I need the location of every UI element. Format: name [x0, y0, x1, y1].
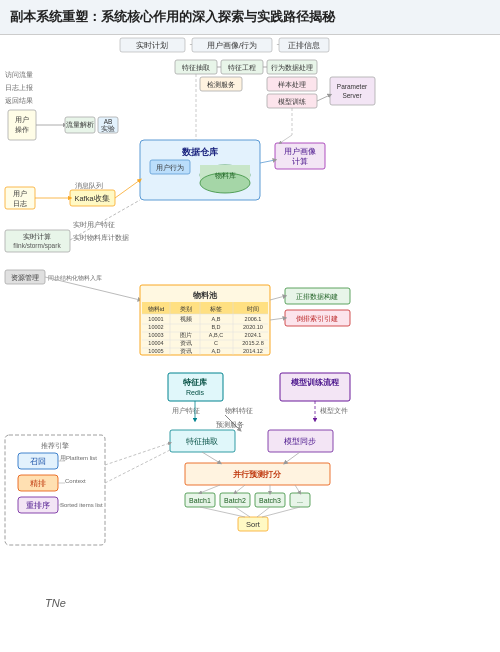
svg-text:2014.12: 2014.12 — [243, 348, 263, 354]
header: 副本系统重塑：系统核心作用的深入探索与实践路径揭秘 — [0, 0, 500, 35]
svg-text:Kafka收集: Kafka收集 — [74, 194, 109, 203]
svg-text:特征工程: 特征工程 — [228, 64, 256, 71]
svg-text:重排序: 重排序 — [26, 501, 50, 510]
svg-text:特征抽取: 特征抽取 — [182, 64, 210, 71]
svg-text:10003: 10003 — [148, 332, 163, 338]
svg-text:资讯: 资讯 — [180, 348, 192, 354]
svg-text:召回: 召回 — [30, 457, 46, 466]
svg-text:10005: 10005 — [148, 348, 163, 354]
svg-text:A,D: A,D — [211, 348, 220, 354]
svg-text:并行预测打分: 并行预测打分 — [233, 469, 282, 479]
svg-text:类别: 类别 — [180, 306, 192, 312]
svg-text:用PlatItem list: 用PlatItem list — [60, 455, 97, 461]
svg-text:实时计算: 实时计算 — [23, 233, 51, 240]
svg-text:TNe: TNe — [45, 597, 66, 609]
svg-text:预测服务: 预测服务 — [216, 421, 244, 428]
svg-text:Batch1: Batch1 — [189, 497, 211, 504]
svg-text:特征抽取: 特征抽取 — [186, 437, 218, 446]
svg-text:10004: 10004 — [148, 340, 163, 346]
svg-text:访问流量: 访问流量 — [5, 71, 33, 78]
svg-text:Server: Server — [342, 92, 362, 99]
svg-text:流量解析: 流量解析 — [66, 121, 94, 128]
svg-text:用户行为: 用户行为 — [156, 164, 184, 171]
svg-text:模型训练: 模型训练 — [278, 98, 306, 105]
svg-text:Parameter: Parameter — [337, 83, 368, 90]
svg-text:物料id: 物料id — [148, 306, 165, 312]
svg-text:数据仓库: 数据仓库 — [181, 146, 219, 157]
svg-rect-35 — [330, 77, 375, 105]
svg-text:消息队列: 消息队列 — [75, 182, 103, 189]
svg-text:标签: 标签 — [209, 306, 222, 312]
svg-text:用户: 用户 — [13, 190, 27, 197]
svg-text:A,B,C: A,B,C — [209, 332, 223, 338]
svg-text:2020.10: 2020.10 — [243, 324, 263, 330]
svg-text:10001: 10001 — [148, 316, 163, 322]
svg-text:资源管理: 资源管理 — [11, 274, 39, 281]
svg-text:Redis: Redis — [186, 389, 204, 396]
svg-text:行为数据处理: 行为数据处理 — [271, 64, 313, 71]
svg-text:模型同步: 模型同步 — [284, 437, 316, 446]
svg-text:计算: 计算 — [292, 157, 308, 166]
svg-text:正排数据构建: 正排数据构建 — [296, 293, 338, 300]
svg-text:Sorted items list: Sorted items list — [60, 502, 103, 508]
svg-text:Batch2: Batch2 — [224, 497, 246, 504]
svg-text:...: ... — [297, 497, 303, 504]
svg-text:正排信息: 正排信息 — [288, 41, 320, 50]
svg-text:用户: 用户 — [15, 116, 29, 123]
svg-text:模型文件: 模型文件 — [320, 407, 348, 414]
svg-text:资讯: 资讯 — [180, 340, 192, 346]
svg-text:视频: 视频 — [180, 316, 192, 322]
svg-text:时间: 时间 — [247, 306, 259, 312]
svg-text:物料池: 物料池 — [192, 291, 218, 300]
svg-text:用户画像: 用户画像 — [284, 147, 316, 156]
diagram-container: 实时计划 → 用户画像/行为 → 正排信息 日志上报 访问流量 返回结果 用户 … — [0, 35, 500, 615]
svg-text:实时用户特征: 实时用户特征 — [73, 221, 115, 228]
svg-text:返回结果: 返回结果 — [5, 97, 33, 104]
svg-text:日志: 日志 — [13, 200, 27, 207]
svg-text:样本处理: 样本处理 — [278, 81, 306, 88]
svg-text:操作: 操作 — [15, 126, 29, 133]
svg-text:模型训练流程: 模型训练流程 — [290, 377, 340, 387]
svg-text:2015.2.8: 2015.2.8 — [242, 340, 263, 346]
svg-text:AB: AB — [104, 118, 113, 125]
svg-text:精排: 精排 — [30, 479, 46, 488]
main-diagram: 实时计划 → 用户画像/行为 → 正排信息 日志上报 访问流量 返回结果 用户 … — [0, 35, 500, 615]
svg-text:B,D: B,D — [211, 324, 220, 330]
svg-text:图片: 图片 — [180, 332, 192, 338]
svg-rect-12 — [8, 110, 36, 140]
svg-text:用户画像/行为: 用户画像/行为 — [207, 41, 257, 50]
svg-text:物料库: 物料库 — [215, 172, 236, 179]
svg-text:2024.1: 2024.1 — [245, 332, 262, 338]
svg-text:C: C — [214, 340, 218, 346]
svg-text:Context: Context — [65, 478, 86, 484]
svg-text:A,B: A,B — [212, 316, 221, 322]
svg-text:倒排索引引建: 倒排索引引建 — [296, 315, 338, 322]
svg-text:10002: 10002 — [148, 324, 163, 330]
svg-text:实时计划: 实时计划 — [136, 41, 168, 50]
svg-text:2006.1: 2006.1 — [245, 316, 262, 322]
svg-text:用户特征: 用户特征 — [172, 407, 200, 414]
svg-text:Batch3: Batch3 — [259, 497, 281, 504]
svg-text:实验: 实验 — [101, 125, 115, 132]
svg-text:推荐引擎: 推荐引擎 — [41, 442, 69, 450]
svg-text:检测服务: 检测服务 — [207, 81, 235, 88]
svg-text:物料特征: 物料特征 — [225, 407, 253, 414]
svg-text:日志上报: 日志上报 — [5, 84, 33, 91]
svg-text:Sort: Sort — [246, 520, 261, 529]
header-title: 副本系统重塑：系统核心作用的深入探索与实践路径揭秘 — [10, 9, 335, 24]
svg-text:flink/storm/spark: flink/storm/spark — [13, 242, 61, 250]
svg-text:特征库: 特征库 — [182, 377, 207, 387]
svg-text:实时物料库计数据: 实时物料库计数据 — [73, 234, 129, 241]
